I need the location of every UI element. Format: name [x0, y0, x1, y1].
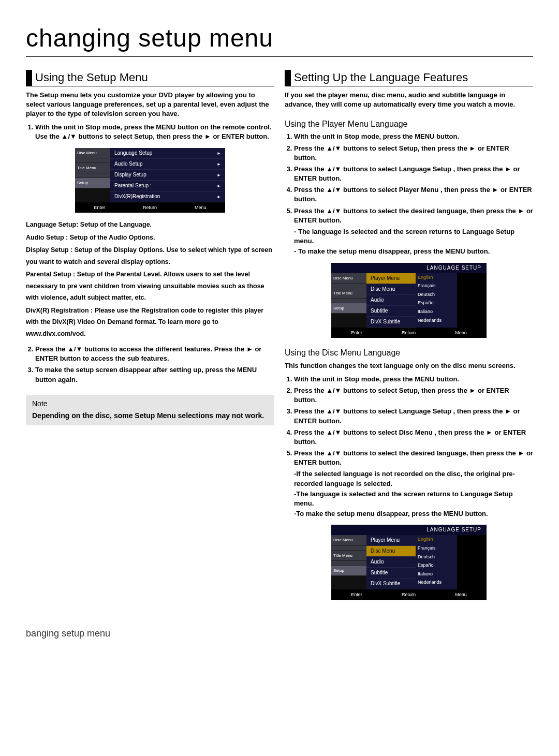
osd2-o5: Nederlands [416, 316, 457, 325]
osd1-i0: Language Setup [114, 150, 152, 157]
sub-disc-menu: Using the Disc Menu Language [285, 347, 533, 359]
heading-language: Setting Up the Language Features [294, 70, 468, 85]
left-step2: Press the ▲/▼ buttons to access the diff… [35, 345, 274, 363]
col-right: Setting Up the Language Features If you … [285, 70, 533, 606]
r2e: Press the ▲/▼ buttons to select the desi… [294, 449, 533, 467]
osd2-f1: Return [402, 330, 416, 336]
osd2-f2: Menu [455, 330, 467, 336]
osd3-m4: DivX Subtitle [371, 580, 400, 587]
osd3-m2: Audio [371, 558, 384, 566]
r1e1: - The language is selected and the scree… [294, 227, 533, 246]
def-parental: Parental Setup : Setup of the Parental L… [26, 269, 274, 304]
osd1-side3 [75, 173, 110, 178]
osd3-o0: English [416, 535, 457, 544]
osd3-m3: Subtitle [371, 569, 388, 576]
col-left: Using the Setup Menu The Setup menu lets… [26, 70, 274, 606]
osd1-side2: Title Menu [75, 163, 110, 173]
osd1-i2: Display Setup [114, 171, 146, 179]
osd3-s2: Title Menu [331, 551, 366, 561]
arrow-icon [217, 160, 221, 168]
osd2-o4: Italiano [416, 307, 457, 316]
osd2-m0: Player Menu [371, 275, 400, 282]
osd3-m1: Disc Menu [371, 547, 395, 555]
osd1-side1 [75, 158, 110, 163]
osd2-f0: Enter [351, 330, 362, 336]
osd2-m4: DivX Subtitle [371, 318, 400, 325]
section-bar [26, 70, 32, 85]
r1d: Press the ▲/▼ buttons to select Player M… [294, 185, 533, 204]
osd1-side0: Disc Menu [75, 148, 110, 158]
r2a: With the unit in Stop mode, press the ME… [294, 375, 533, 384]
osd2-o1: Français [416, 281, 457, 290]
arrow-icon [217, 171, 221, 179]
osd2-o3: Español [416, 299, 457, 307]
osd2-o0: English [416, 273, 457, 282]
arrow-icon [217, 150, 221, 157]
osd2-head: LANGUAGE SETUP [331, 263, 487, 273]
osd3-s3 [331, 561, 366, 566]
osd3-head: LANGUAGE SETUP [331, 525, 487, 535]
r1c: Press the ▲/▼ buttons to select Language… [294, 165, 533, 183]
osd2-m3: Subtitle [371, 307, 388, 315]
r1e2: - To make the setup menu disappear, pres… [294, 247, 533, 256]
osd1-side4: Setup [75, 178, 110, 188]
osd2-s2: Title Menu [331, 288, 366, 299]
arrow-icon [217, 182, 221, 189]
page-title: changing setup menu [26, 21, 533, 57]
osd3-o1: Français [416, 544, 457, 553]
osd-setup: Disc Menu Title Menu Setup Language Setu… [75, 148, 225, 213]
intro-right: If you set the player menu, disc menu, a… [285, 91, 533, 109]
left-step1: With the unit in Stop mode, press the ME… [35, 123, 274, 141]
heading-setup: Using the Setup Menu [35, 70, 148, 85]
osd1-i3: Parental Setup : [114, 182, 152, 189]
r2e2: -The language is selected and the screen… [294, 490, 533, 508]
intro-left: The Setup menu lets you customize your D… [26, 91, 274, 119]
osd3-o4: Italiano [416, 570, 457, 579]
r1a: With the unit in Stop mode, press the ME… [294, 132, 533, 141]
section-bar [285, 70, 291, 85]
osd3-o5: Nederlands [416, 578, 457, 587]
osd2-s3 [331, 299, 366, 303]
note-body: Depending on the disc, some Setup Menu s… [32, 411, 268, 421]
osd2-s0: Disc Menu [331, 273, 366, 284]
def-lang: Language Setup: Setup of the Language. [26, 219, 274, 231]
osd1-f0: Enter [94, 204, 105, 211]
osd3-s4: Setup [331, 566, 366, 576]
def-display: Display Setup : Setup of the Display Opt… [26, 244, 274, 268]
osd-lang-disc: LANGUAGE SETUP Disc Menu Title Menu Setu… [331, 525, 487, 600]
r2e3: -To make the setup menu disappear, press… [294, 509, 533, 518]
osd3-o3: Español [416, 561, 457, 570]
osd3-m0: Player Menu [371, 537, 400, 544]
osd3-f0: Enter [351, 591, 362, 598]
osd1-i1: Audio Setup [114, 160, 143, 168]
osd3-f1: Return [402, 591, 416, 598]
r1e: Press the ▲/▼ buttons to select the desi… [294, 206, 533, 225]
page-footer: banging setup menu [26, 627, 533, 640]
r1b: Press the ▲/▼ buttons to select Setup, t… [294, 144, 533, 162]
osd2-m2: Audio [371, 297, 384, 304]
osd2-s1 [331, 284, 366, 288]
sub2-intro: This function changes the text language … [285, 361, 533, 370]
osd3-o2: Deutsch [416, 553, 457, 561]
osd2-m1: Disc Menu [371, 286, 395, 293]
osd1-i4: DivX(R)Registration [114, 193, 160, 200]
r2c: Press the ▲/▼ buttons to select Language… [294, 407, 533, 425]
osd-lang-player: LANGUAGE SETUP Disc Menu Title Menu Setu… [331, 263, 487, 338]
note-box: Note Depending on the disc, some Setup M… [26, 395, 274, 425]
osd2-o2: Deutsch [416, 290, 457, 299]
osd3-f2: Menu [455, 591, 467, 598]
osd3-s0: Disc Menu [331, 535, 366, 545]
sub-player-menu: Using the Player Menu Language [285, 118, 533, 130]
left-step3: To make the setup screen disappear after… [35, 365, 274, 384]
def-divx: DivX(R) Registration : Please use the Re… [26, 305, 274, 340]
r2b: Press the ▲/▼ buttons to select Setup, t… [294, 386, 533, 405]
osd1-f2: Menu [195, 204, 207, 211]
osd2-s4: Setup [331, 303, 366, 314]
osd1-f1: Return [143, 204, 157, 211]
osd3-s1 [331, 546, 366, 551]
def-audio: Audio Setup : Setup of the Audio Options… [26, 232, 274, 244]
r2e1: -If the selected language is not recorde… [294, 469, 533, 488]
arrow-icon [217, 193, 221, 200]
note-title: Note [32, 399, 268, 409]
r2d: Press the ▲/▼ buttons to select Disc Men… [294, 428, 533, 447]
